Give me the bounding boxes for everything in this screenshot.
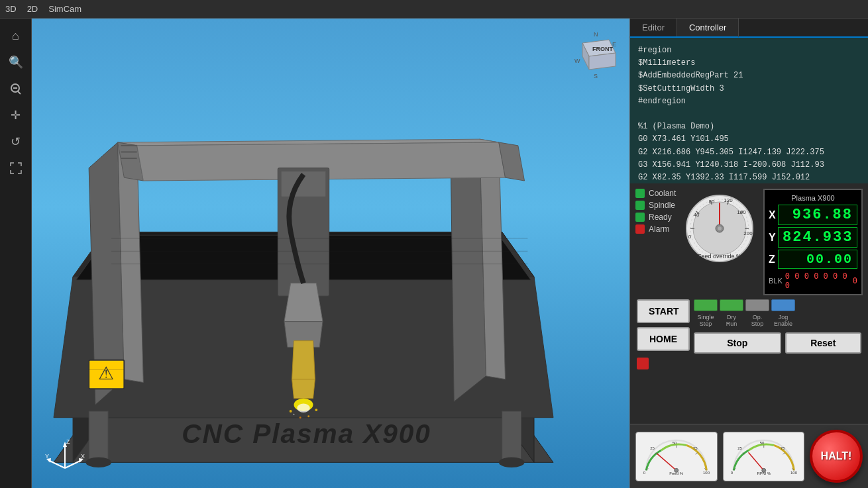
- svg-text:25: 25: [650, 446, 655, 450]
- right-panel: Editor Controller #region $Millimeters $…: [629, 19, 868, 488]
- label-alarm: Alarm: [649, 224, 669, 234]
- svg-point-25: [290, 410, 292, 413]
- dro-title: Plasma X900: [769, 194, 857, 202]
- menu-3d[interactable]: 3D: [5, 4, 17, 14]
- toggle-buttons-row: [694, 299, 861, 311]
- svg-text:50: 50: [673, 440, 677, 444]
- pan-button[interactable]: ✛: [4, 103, 28, 127]
- jog-enable-btn[interactable]: [771, 299, 795, 311]
- svg-text:Feed %: Feed %: [669, 471, 684, 475]
- status-coolant: Coolant: [635, 189, 677, 198]
- zoom-out-button[interactable]: [4, 77, 28, 101]
- svg-rect-40: [89, 411, 108, 462]
- code-line-4: $SetCuttingWidth 3: [638, 83, 860, 95]
- svg-text:75: 75: [780, 446, 785, 450]
- menu-2d[interactable]: 2D: [27, 4, 38, 14]
- code-line-2: $Millimeters: [638, 57, 860, 70]
- svg-text:100: 100: [703, 470, 710, 474]
- svg-text:0: 0: [688, 234, 692, 240]
- code-editor[interactable]: #region $Millimeters $AddEmbeddedRegPart…: [630, 38, 868, 183]
- dro-z-value: 00.00: [778, 250, 857, 269]
- label-jog-enable: JogEnable: [771, 314, 795, 327]
- reset-button[interactable]: Reset: [785, 332, 862, 354]
- feed-override-gauge: 0 40 80 120 160 200: [682, 189, 758, 265]
- rpm-gauge-svg: 0 25 50 75 100 RPM %: [724, 432, 804, 481]
- dry-run-btn[interactable]: [720, 299, 743, 311]
- dro-y-label: Y: [769, 232, 778, 244]
- alarm-indicator: [637, 358, 649, 369]
- svg-text:S: S: [594, 73, 598, 79]
- toggle-bar: SingleStep DryRun Op.Stop JogEnable Stop…: [694, 299, 861, 354]
- mid-controls: START HOME SingleStep DryRun: [635, 299, 863, 369]
- led-coolant: [635, 189, 645, 198]
- menu-bar: 3D 2D SimCam: [0, 0, 868, 19]
- fit-button[interactable]: [4, 156, 28, 180]
- status-ready: Ready: [635, 213, 677, 222]
- led-alarm: [635, 224, 645, 234]
- code-line-9: G2 X216.686 Y945.305 I1247.139 J222.375: [638, 146, 860, 159]
- tab-editor[interactable]: Editor: [630, 19, 677, 36]
- dro-x-value: 936.88: [778, 205, 857, 225]
- feed-gauge-svg: 0 25 50 75 100 Feed %: [636, 432, 717, 481]
- svg-point-41: [85, 458, 111, 467]
- code-line-5: #endregion: [638, 95, 860, 108]
- feed-gauge-widget: 0 25 50 75 100 Feed %: [635, 432, 718, 481]
- status-indicators: Coolant Spindle Ready Alarm: [635, 189, 677, 234]
- dro-z-label: Z: [769, 254, 778, 266]
- blk-end: 0: [853, 276, 857, 285]
- svg-text:CNC Plasma X900: CNC Plasma X900: [182, 418, 431, 449]
- svg-point-28: [307, 415, 309, 417]
- home-button-ctrl[interactable]: HOME: [637, 327, 690, 351]
- home-button[interactable]: ⌂: [4, 24, 28, 48]
- single-step-btn[interactable]: [694, 299, 718, 311]
- blk-label: BLK: [769, 277, 783, 285]
- status-alarm: Alarm: [635, 224, 677, 234]
- svg-marker-19: [284, 283, 323, 322]
- label-single-step: SingleStep: [694, 314, 718, 327]
- svg-point-24: [297, 403, 309, 413]
- tab-controller[interactable]: Controller: [677, 19, 739, 38]
- start-button[interactable]: START: [637, 299, 690, 323]
- menu-simcam[interactable]: SimCam: [48, 4, 81, 14]
- svg-text:50: 50: [759, 440, 764, 444]
- status-row: Coolant Spindle Ready Alarm: [635, 189, 863, 295]
- svg-text:Feed override %: Feed override %: [698, 253, 741, 260]
- dro-y-value: 824.933: [778, 227, 857, 248]
- svg-line-55: [48, 460, 65, 468]
- led-ready: [635, 213, 645, 222]
- code-line-6: [638, 108, 860, 121]
- controller-section: Coolant Spindle Ready Alarm: [630, 183, 868, 424]
- feed-gauge-container: 0 40 80 120 160 200: [682, 189, 758, 265]
- led-spindle: [635, 201, 645, 210]
- dro-y-row: Y 824.933: [769, 227, 857, 248]
- code-line-8: G0 X73.461 Y101.495: [638, 133, 860, 146]
- undo-button[interactable]: ↺: [4, 130, 28, 154]
- blk-row: BLK 0 0 0 0 0 0 0 0 0: [769, 271, 857, 290]
- dro-panel: Plasma X900 X 936.88 Y 824.933 Z 00.00: [763, 189, 863, 295]
- status-spindle: Spindle: [635, 201, 677, 210]
- code-line-11: G2 X82.35 Y1392.33 I117.599 J152.012: [638, 171, 860, 183]
- svg-text:FRONT: FRONT: [592, 46, 613, 52]
- svg-text:Z: Z: [66, 438, 70, 445]
- svg-rect-42: [502, 411, 521, 462]
- svg-marker-21: [292, 341, 315, 379]
- nav-cube[interactable]: FRONT E W N S: [572, 26, 619, 73]
- machine-container: CNC Plasma X900 ⚠: [32, 19, 629, 488]
- svg-text:N: N: [594, 31, 598, 38]
- code-line-7: %1 (Plasma Demo): [638, 121, 860, 133]
- svg-text:200: 200: [743, 230, 753, 236]
- svg-line-2: [18, 91, 21, 94]
- viewport[interactable]: CNC Plasma X900 ⚠: [32, 19, 629, 488]
- dro-x-row: X 936.88: [769, 205, 857, 225]
- bottom-gauges: 0 25 50 75 100 Feed %: [630, 424, 868, 488]
- stop-button[interactable]: Stop: [694, 332, 781, 354]
- halt-button[interactable]: HALT!: [810, 430, 863, 483]
- zoom-in-button[interactable]: 🔍: [4, 50, 28, 74]
- svg-text:W: W: [574, 58, 580, 64]
- svg-text:E: E: [612, 41, 616, 48]
- blk-value: 0 0 0 0 0 0 0 0: [785, 271, 849, 290]
- code-line-10: G3 X156.941 Y1240.318 I-200.608 J112.93: [638, 159, 860, 171]
- toggle-labels: SingleStep DryRun Op.Stop JogEnable: [694, 314, 861, 327]
- left-toolbar: ⌂ 🔍 ✛ ↺: [0, 19, 32, 488]
- op-stop-btn[interactable]: [745, 299, 769, 311]
